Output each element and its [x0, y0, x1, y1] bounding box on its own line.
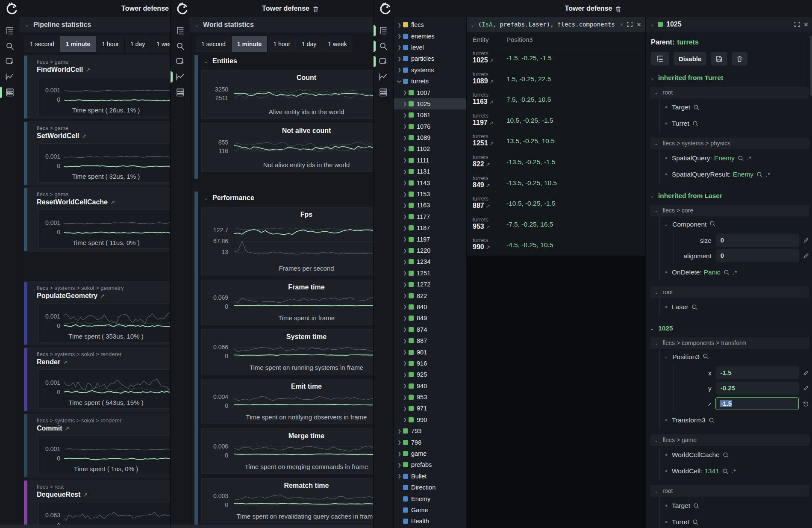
- tree-item-916[interactable]: ❯916: [394, 358, 466, 369]
- chevron-right-icon[interactable]: ❯: [402, 101, 408, 106]
- query-row-953[interactable]: turrets953↗-7.5, -0.25, 16.5: [467, 214, 645, 235]
- tree-item-1061[interactable]: ❯1061: [394, 109, 466, 121]
- tree-item-prefabs[interactable]: ❯prefabs: [394, 459, 466, 470]
- query-row-849[interactable]: turrets849↗-13.5, -0.25, 10.5: [467, 173, 645, 194]
- search-icon[interactable]: [377, 40, 389, 52]
- tree-item-1111[interactable]: ❯1111: [394, 155, 466, 166]
- tree-item-1076[interactable]: ❯1076: [394, 121, 466, 132]
- tree-item-940[interactable]: ❯940: [394, 381, 466, 392]
- tab-1-day[interactable]: 1 day: [296, 36, 322, 52]
- tree-item-1153[interactable]: ❯1153: [394, 189, 466, 200]
- tree-item-887[interactable]: ❯887: [394, 335, 466, 346]
- pipeline-card-SetWorldCell[interactable]: flecs > gameSetWorldCell↗0.0010Time spen…: [24, 121, 174, 186]
- query-row-822[interactable]: turrets822↗-13.5, -0.25, -1.5: [467, 152, 645, 173]
- tree-item-798[interactable]: ❯798: [394, 437, 466, 448]
- panel-header-pipeline[interactable]: ⌄Pipeline statistics: [20, 17, 174, 32]
- chevron-right-icon[interactable]: ❯: [402, 124, 408, 129]
- component-item-WorldCellCache[interactable]: •WorldCellCache: [660, 447, 809, 463]
- chart-title[interactable]: Render↗: [37, 358, 68, 366]
- tab-1-second[interactable]: 1 second: [196, 36, 232, 52]
- tree-item-990[interactable]: ❯990: [394, 414, 466, 425]
- tab-1-hour[interactable]: 1 hour: [268, 36, 296, 52]
- field-input-z[interactable]: -1.5: [715, 397, 799, 410]
- tree-view-button[interactable]: [651, 52, 669, 65]
- chevron-right-icon[interactable]: ❯: [397, 34, 402, 39]
- tree-item-turrets[interactable]: ❯turrets: [394, 76, 466, 87]
- chart-icon[interactable]: [377, 71, 389, 83]
- pencil-icon[interactable]: [803, 253, 809, 259]
- delete-button[interactable]: [732, 52, 747, 65]
- chevron-right-icon[interactable]: ❯: [397, 45, 402, 50]
- stats-icon[interactable]: [4, 86, 16, 98]
- scope-bar[interactable]: ⌄flecs > core: [650, 205, 809, 216]
- component-value-link[interactable]: Panic: [704, 268, 721, 276]
- chevron-right-icon[interactable]: ❯: [402, 338, 408, 343]
- field-input-size[interactable]: 0: [716, 234, 799, 247]
- query-row-1163[interactable]: turrets1163↗7.5, -0.25, 10.5: [467, 89, 645, 110]
- tab-1-minute[interactable]: 1 minute: [232, 36, 268, 52]
- tree-item-1220[interactable]: ❯1220: [394, 245, 466, 256]
- expand-icon[interactable]: [627, 21, 633, 27]
- tree-item-1163[interactable]: ❯1163: [394, 200, 466, 211]
- tree-item-particles[interactable]: ❯particles: [394, 53, 466, 64]
- scope-bar[interactable]: ⌄flecs > components > transform: [650, 337, 809, 349]
- inspector-section-header[interactable]: ⌄inherited from Turret: [650, 74, 809, 82]
- search-icon[interactable]: [693, 503, 700, 509]
- chevron-right-icon[interactable]: ❯: [402, 203, 408, 208]
- component-item-SpatialQuery[interactable]: •SpatialQuery:Enemy.*: [660, 150, 809, 166]
- tree-item-Bullet[interactable]: ❯Bullet: [394, 471, 466, 482]
- chevron-right-icon[interactable]: ❯: [402, 293, 408, 298]
- tree-item-Game[interactable]: Game: [394, 504, 466, 516]
- tree-item-Direction[interactable]: Direction: [394, 482, 466, 493]
- chevron-right-icon[interactable]: ❯: [402, 169, 408, 174]
- tree-item-1177[interactable]: ❯1177: [394, 211, 466, 222]
- query-row-1251[interactable]: turrets1251↗13.5, -0.25, 10.5: [467, 131, 645, 152]
- chevron-right-icon[interactable]: ❯: [402, 282, 408, 287]
- tree-item-1197[interactable]: ❯1197: [394, 233, 466, 245]
- tree-item-1251[interactable]: ❯1251: [394, 268, 466, 279]
- select-icon[interactable]: [174, 56, 186, 68]
- field-input-alignment[interactable]: 0: [716, 249, 799, 262]
- chevron-right-icon[interactable]: ❯: [397, 22, 402, 27]
- component-item-OnDelete[interactable]: •OnDelete:Panic.*: [660, 264, 809, 280]
- tree-item-1025[interactable]: ❯1025: [394, 98, 466, 109]
- tree-item-1272[interactable]: ❯1272: [394, 279, 466, 290]
- chevron-right-icon[interactable]: ❯: [402, 350, 408, 355]
- pipeline-card-ResetWorldCellCache[interactable]: flecs > gameResetWorldCellCache↗0.0010Ti…: [24, 187, 174, 252]
- scope-bar[interactable]: ⌄root: [650, 485, 809, 497]
- tab-1-second[interactable]: 1 second: [24, 36, 60, 52]
- component-item-WorldCell[interactable]: •WorldCell:1341.*: [660, 463, 809, 479]
- tree-item-1234[interactable]: ❯1234: [394, 256, 466, 267]
- chevron-right-icon[interactable]: ❯: [402, 90, 408, 95]
- component-value-link[interactable]: Enemy: [733, 171, 753, 178]
- undo-icon[interactable]: [803, 401, 809, 407]
- chevron-right-icon[interactable]: ❯: [402, 316, 408, 321]
- chevron-right-icon[interactable]: ❯: [402, 112, 408, 118]
- tree-item-840[interactable]: ❯840: [394, 301, 466, 313]
- search-icon[interactable]: [4, 40, 16, 52]
- chevron-right-icon[interactable]: ❯: [402, 248, 408, 253]
- tree-item-793[interactable]: ❯793: [394, 425, 466, 437]
- tree-item-1131[interactable]: ❯1131: [394, 166, 466, 177]
- chevron-right-icon[interactable]: ❯: [397, 451, 402, 456]
- query-row-1025[interactable]: turrets1025↗-1.5, -0.25, -1.5: [467, 48, 645, 69]
- search-icon[interactable]: [709, 417, 715, 424]
- entity-id-link[interactable]: 1163↗: [473, 98, 494, 106]
- trash-icon[interactable]: [615, 6, 621, 12]
- entity-id-link[interactable]: 1025↗: [473, 56, 494, 64]
- expand-icon[interactable]: [794, 21, 800, 27]
- component-item-Target[interactable]: •Target: [660, 498, 809, 514]
- clear-query-icon[interactable]: ×: [620, 22, 623, 27]
- outliner-icon[interactable]: [174, 25, 186, 37]
- search-icon[interactable]: [692, 519, 699, 525]
- component-value-link[interactable]: Enemy: [714, 154, 735, 162]
- query-row-1089[interactable]: turrets1089↗1.5, -0.25, 22.5: [467, 69, 645, 90]
- chevron-right-icon[interactable]: ❯: [402, 214, 408, 219]
- stats-icon[interactable]: [174, 86, 186, 98]
- query-row-887[interactable]: turrets887↗-10.5, -0.25, -1.5: [467, 193, 645, 214]
- outliner-icon[interactable]: [4, 25, 16, 37]
- tree-item-1089[interactable]: ❯1089: [394, 132, 466, 143]
- scope-bar[interactable]: ⌄root: [650, 87, 809, 98]
- collapse-chevron-icon[interactable]: ⌄: [650, 22, 654, 27]
- pipeline-card-Commit[interactable]: flecs > systems > sokol > rendererCommit…: [24, 413, 174, 478]
